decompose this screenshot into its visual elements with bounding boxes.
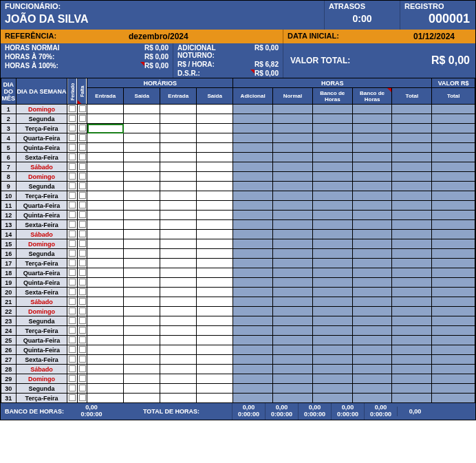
falta-checkbox[interactable] [77,316,87,326]
entrada1-cell[interactable] [87,249,124,259]
falta-checkbox[interactable] [77,307,87,316]
entrada2-cell[interactable] [160,394,197,403]
entrada2-cell[interactable] [160,153,197,162]
falta-checkbox[interactable] [77,143,87,153]
feriado-checkbox[interactable] [67,191,77,201]
falta-checkbox[interactable] [77,297,87,307]
falta-checkbox[interactable] [77,268,87,278]
saida1-cell[interactable] [124,394,160,403]
entrada2-cell[interactable] [160,259,197,268]
entrada1-cell[interactable] [87,365,124,374]
feriado-checkbox[interactable] [67,239,77,249]
falta-checkbox[interactable] [77,384,87,394]
saida2-cell[interactable] [197,201,233,211]
falta-checkbox[interactable] [77,133,87,143]
saida2-cell[interactable] [197,114,233,124]
saida1-cell[interactable] [124,153,160,162]
saida1-cell[interactable] [124,326,160,336]
entrada2-cell[interactable] [160,355,197,365]
saida2-cell[interactable] [197,182,233,191]
saida2-cell[interactable] [197,355,233,365]
feriado-checkbox[interactable] [67,172,77,182]
feriado-checkbox[interactable] [67,268,77,278]
feriado-checkbox[interactable] [67,384,77,394]
entrada1-cell[interactable] [87,336,124,345]
saida1-cell[interactable] [124,307,160,316]
falta-checkbox[interactable] [77,220,87,230]
feriado-checkbox[interactable] [67,355,77,365]
saida1-cell[interactable] [124,172,160,182]
feriado-checkbox[interactable] [67,316,77,326]
saida2-cell[interactable] [197,124,233,133]
feriado-checkbox[interactable] [67,182,77,191]
saida1-cell[interactable] [124,355,160,365]
entrada1-cell[interactable] [87,162,124,172]
falta-checkbox[interactable] [77,259,87,268]
entrada2-cell[interactable] [160,316,197,326]
saida2-cell[interactable] [197,143,233,153]
feriado-checkbox[interactable] [67,345,77,355]
saida1-cell[interactable] [124,191,160,201]
entrada2-cell[interactable] [160,278,197,288]
falta-checkbox[interactable] [77,105,87,114]
saida1-cell[interactable] [124,336,160,345]
saida2-cell[interactable] [197,133,233,143]
falta-checkbox[interactable] [77,114,87,124]
saida2-cell[interactable] [197,230,233,239]
entrada1-cell[interactable] [87,133,124,143]
entrada2-cell[interactable] [160,268,197,278]
saida2-cell[interactable] [197,365,233,374]
entrada2-cell[interactable] [160,345,197,355]
saida2-cell[interactable] [197,153,233,162]
saida1-cell[interactable] [124,162,160,172]
feriado-checkbox[interactable] [67,114,77,124]
feriado-checkbox[interactable] [67,326,77,336]
saida1-cell[interactable] [124,288,160,297]
falta-checkbox[interactable] [77,365,87,374]
entrada1-cell[interactable] [87,326,124,336]
falta-checkbox[interactable] [77,230,87,239]
entrada2-cell[interactable] [160,124,197,133]
entrada2-cell[interactable] [160,230,197,239]
entrada1-cell[interactable] [87,105,124,114]
falta-checkbox[interactable] [77,239,87,249]
feriado-checkbox[interactable] [67,297,77,307]
saida1-cell[interactable] [124,105,160,114]
saida1-cell[interactable] [124,268,160,278]
entrada2-cell[interactable] [160,384,197,394]
saida2-cell[interactable] [197,394,233,403]
saida1-cell[interactable] [124,259,160,268]
entrada1-cell[interactable] [87,220,124,230]
saida2-cell[interactable] [197,297,233,307]
falta-checkbox[interactable] [77,172,87,182]
entrada1-cell[interactable] [87,143,124,153]
saida2-cell[interactable] [197,288,233,297]
entrada1-cell[interactable] [87,239,124,249]
falta-checkbox[interactable] [77,278,87,288]
entrada2-cell[interactable] [160,172,197,182]
saida2-cell[interactable] [197,307,233,316]
falta-checkbox[interactable] [77,336,87,345]
feriado-checkbox[interactable] [67,394,77,403]
saida2-cell[interactable] [197,259,233,268]
entrada2-cell[interactable] [160,365,197,374]
saida2-cell[interactable] [197,268,233,278]
entrada2-cell[interactable] [160,162,197,172]
saida2-cell[interactable] [197,345,233,355]
saida2-cell[interactable] [197,326,233,336]
feriado-checkbox[interactable] [67,374,77,384]
feriado-checkbox[interactable] [67,249,77,259]
entrada1-cell[interactable] [87,114,124,124]
saida2-cell[interactable] [197,316,233,326]
entrada2-cell[interactable] [160,249,197,259]
saida1-cell[interactable] [124,365,160,374]
saida1-cell[interactable] [124,201,160,211]
saida2-cell[interactable] [197,239,233,249]
falta-checkbox[interactable] [77,201,87,211]
entrada1-cell[interactable] [87,172,124,182]
entrada2-cell[interactable] [160,143,197,153]
saida1-cell[interactable] [124,345,160,355]
falta-checkbox[interactable] [77,249,87,259]
feriado-checkbox[interactable] [67,288,77,297]
feriado-checkbox[interactable] [67,211,77,220]
